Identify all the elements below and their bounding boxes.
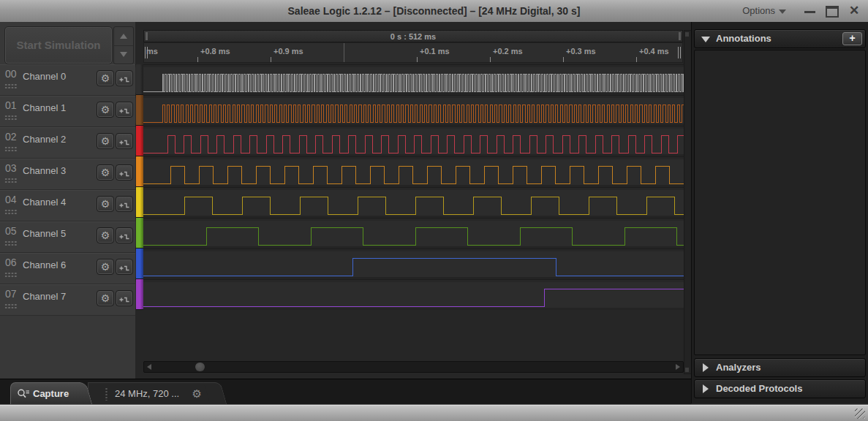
channel-trigger-button[interactable] (116, 164, 133, 181)
drag-handle-dots-icon[interactable] (4, 272, 17, 277)
analyzers-label: Analyzers (716, 362, 761, 373)
device-tab[interactable]: 24 MHz, 720 ... ⚙ (88, 382, 216, 404)
waveform-viewport[interactable]: 0 s : 512 ms ms+0.8 ms+0.9 ms+0.1 ms+0.2… (135, 22, 691, 379)
drag-handle-dots-icon[interactable] (4, 240, 17, 246)
window-title: Saleae Logic 1.2.12 – [Disconnected] – [… (0, 0, 868, 22)
resize-grip-icon[interactable] (855, 409, 865, 419)
maximize-icon (826, 6, 839, 18)
channel-sidebar: Start Simulation 00 Channel 0 ⚙ 01 Chann… (0, 22, 135, 379)
ruler-right-grip-icon[interactable] (678, 47, 682, 58)
scroll-down-arrow-icon[interactable] (685, 368, 689, 372)
channel-row[interactable]: 04 Channel 4 ⚙ (0, 190, 135, 221)
channel-color-swatch (136, 218, 143, 249)
trigger-edge-icon (118, 264, 130, 273)
tab-drag-dots-icon[interactable] (105, 387, 107, 401)
minimize-icon (804, 11, 815, 13)
channel-label: Channel 1 (23, 102, 66, 113)
channel-settings-button[interactable]: ⚙ (97, 164, 114, 181)
chevron-down-icon (779, 10, 786, 14)
decoded-protocols-label: Decoded Protocols (716, 383, 802, 394)
channel-settings-button[interactable]: ⚙ (97, 259, 114, 275)
channel-settings-button[interactable]: ⚙ (97, 290, 114, 306)
channel-row[interactable]: 05 Channel 5 ⚙ (0, 221, 135, 253)
range-handle-right[interactable] (679, 32, 681, 40)
channel-trigger-button[interactable] (116, 133, 133, 149)
bottom-tab-bar: 24 MHz, 720 ... ⚙ Capture (0, 379, 691, 405)
drag-handle-dots-icon[interactable] (4, 209, 17, 214)
channel-trigger-button[interactable] (116, 196, 133, 212)
ruler-tick-label: +0.3 ms (566, 47, 596, 56)
timeline-range-bar[interactable]: 0 s : 512 ms (143, 30, 683, 42)
expand-triangle-icon (703, 363, 709, 372)
range-handle-left[interactable] (146, 32, 148, 40)
channel-label: Channel 7 (23, 291, 66, 302)
side-panel: Annotations + Analyzers Decoded Protocol… (691, 22, 868, 403)
gear-icon: ⚙ (101, 72, 110, 84)
waveform-trace-ch1 (143, 105, 684, 123)
minimize-button[interactable] (801, 4, 820, 18)
drag-handle-dots-icon[interactable] (4, 146, 17, 151)
drag-handle-dots-icon[interactable] (4, 115, 17, 120)
spinner-down-button[interactable] (114, 45, 133, 64)
channel-settings-button[interactable]: ⚙ (97, 227, 114, 243)
drag-handle-dots-icon[interactable] (4, 83, 17, 88)
channel-number: 05 (5, 225, 17, 237)
channel-trigger-button[interactable] (116, 290, 133, 306)
spinner-up-button[interactable] (114, 27, 133, 46)
channel-number: 03 (5, 162, 17, 174)
gear-icon[interactable]: ⚙ (192, 387, 202, 401)
channel-trigger-button[interactable] (116, 70, 133, 86)
channel-row[interactable]: 01 Channel 1 ⚙ (0, 96, 135, 127)
ruler-tick-mark (197, 57, 198, 62)
expand-triangle-icon (703, 384, 709, 393)
capture-tab[interactable]: Capture (10, 382, 80, 404)
channel-trigger-button[interactable] (116, 227, 133, 243)
channel-trigger-button[interactable] (116, 259, 133, 275)
gear-icon: ⚙ (101, 261, 110, 273)
channel-row[interactable]: 03 Channel 3 ⚙ (0, 159, 135, 190)
waveform-trace-ch3 (143, 167, 684, 184)
ruler-major-divider (344, 43, 344, 63)
maximize-button[interactable] (823, 4, 842, 18)
channel-label: Channel 3 (23, 165, 66, 176)
trigger-edge-icon (118, 295, 130, 304)
drag-handle-dots-icon[interactable] (4, 303, 17, 308)
channel-settings-button[interactable]: ⚙ (97, 102, 114, 118)
channel-color-swatch (136, 249, 143, 279)
analyzers-header[interactable]: Analyzers (694, 358, 866, 377)
timeline-ruler[interactable]: ms+0.8 ms+0.9 ms+0.1 ms+0.2 ms+0.3 ms+0.… (143, 42, 683, 63)
start-simulation-button[interactable]: Start Simulation (4, 26, 113, 64)
channel-row[interactable]: 06 Channel 6 ⚙ (0, 253, 135, 284)
channel-color-swatch (136, 156, 143, 187)
channel-row[interactable]: 02 Channel 2 ⚙ (0, 127, 135, 159)
channel-trigger-button[interactable] (116, 102, 133, 118)
gear-icon: ⚙ (101, 292, 110, 304)
ruler-tick-label: ms (146, 47, 158, 56)
decoded-protocols-header[interactable]: Decoded Protocols (694, 379, 866, 398)
options-menu-button[interactable]: Options (742, 0, 786, 22)
trigger-edge-icon (118, 201, 130, 210)
ruler-tick-mark (490, 57, 491, 62)
ruler-tick-label: +0.9 ms (273, 47, 303, 56)
scrollbar-thumb[interactable] (195, 363, 205, 371)
channel-settings-button[interactable]: ⚙ (97, 70, 114, 86)
close-button[interactable]: ✕ (845, 4, 864, 18)
annotations-header[interactable]: Annotations + (694, 29, 866, 48)
horizontal-scrollbar[interactable] (143, 361, 684, 373)
add-annotation-button[interactable]: + (842, 32, 862, 45)
channel-settings-button[interactable]: ⚙ (97, 196, 114, 212)
channel-number: 01 (5, 99, 17, 111)
channel-row[interactable]: 07 Channel 7 ⚙ (0, 284, 135, 316)
status-bar (0, 404, 868, 421)
ruler-tick-label: +0.8 ms (200, 47, 230, 56)
channel-color-strip (136, 64, 143, 310)
collapse-triangle-icon (701, 37, 710, 42)
channel-label: Channel 5 (23, 228, 66, 239)
channel-row[interactable]: 00 Channel 0 ⚙ (0, 64, 135, 96)
channel-list: 00 Channel 0 ⚙ 01 Channel 1 ⚙ 02 Channel… (0, 64, 135, 316)
channel-settings-button[interactable]: ⚙ (97, 133, 114, 149)
scroll-left-arrow-icon[interactable] (147, 364, 151, 370)
scroll-right-arrow-icon[interactable] (676, 364, 680, 370)
drag-handle-dots-icon[interactable] (4, 178, 17, 183)
scroll-up-arrow-icon[interactable] (685, 32, 689, 37)
